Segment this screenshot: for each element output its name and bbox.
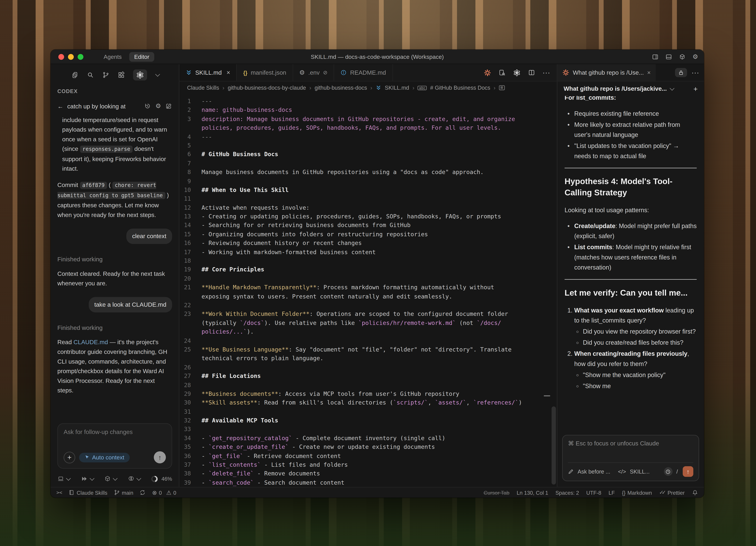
slash-command[interactable]: / [676,469,678,474]
code-row[interactable]: policies, procedures, guides, SOPs, hand… [179,124,557,132]
codex-openai-icon[interactable] [133,69,147,80]
tab-env[interactable]: ⚙ .env ⊘ [293,64,334,81]
model-selector[interactable] [104,475,116,482]
status-formatter[interactable]: ✓✓Prettier [659,489,685,496]
code-row[interactable]: 5 [179,141,557,150]
code-row[interactable]: 8Manage business documents in GitHub rep… [179,168,557,177]
openai-icon[interactable] [513,69,521,76]
code-row[interactable]: 16- Reviewing document history or recent… [179,239,557,248]
code-row[interactable]: 38- `delete_file` - Remove documents [179,469,557,478]
task-title[interactable]: catch up by looking at [67,102,140,111]
code-row[interactable]: 12Activate when requests involve: [179,203,557,212]
code-row[interactable]: 22 [179,301,557,310]
code-row[interactable]: 25**Use Business Language**: Say "docume… [179,345,557,354]
claude-md-link[interactable]: CLAUDE.md [73,339,108,346]
claude-chat-tab[interactable]: What github repo is /Use... × [557,64,656,81]
tab-editor[interactable]: Editor [129,52,154,62]
add-attachment-button[interactable]: + [64,452,75,463]
send-button[interactable]: ↑ [154,451,166,463]
close-tab-icon[interactable]: × [227,69,230,76]
code-row[interactable]: 28 [179,381,557,390]
close-window-button[interactable] [58,54,64,59]
code-row[interactable]: 36- `get_file` - Retrieve document conte… [179,452,557,460]
close-tab-icon[interactable]: × [647,69,651,76]
code-row[interactable]: 21**Handle Markdown Transparently**: Pro… [179,283,557,292]
code-editor[interactable]: 1---2name: github-business-docs3descript… [179,94,557,487]
box-icon[interactable] [679,53,686,60]
context-file-chip[interactable]: SKILL... [630,469,650,474]
search-icon[interactable] [87,71,94,79]
code-row[interactable]: 6# GitHub Business Docs [179,150,557,159]
settings-gear-icon[interactable]: ⚙ [693,54,698,60]
zoom-window-button[interactable] [78,54,83,59]
auto-context-pill[interactable]: Auto context [79,452,130,462]
code-row[interactable]: 7 [179,159,557,168]
code-row[interactable]: 35- `create_or_update_file` - Create new… [179,443,557,452]
status-position[interactable]: Ln 130, Col 1 [517,490,548,495]
commit-chip[interactable]: af6f879 [80,182,107,189]
status-language[interactable]: {}Markdown [622,490,652,495]
code-row[interactable]: 39- `search_code` - Search document cont… [179,478,557,487]
code-row[interactable]: 19## Core Principles [179,265,557,274]
claude-conversation[interactable]: For list_commits: Requires existing file… [557,96,704,432]
breadcrumb-item[interactable]: Claude Skills [187,85,219,91]
code-row[interactable]: 31 [179,407,557,416]
reader-search-icon[interactable] [499,69,506,76]
code-row[interactable]: 23**Work Within Document Folder**: Opera… [179,310,557,319]
reasoning-selector[interactable] [128,475,140,482]
code-row[interactable]: 32## Available MCP Tools [179,416,557,425]
claude-thread-header[interactable]: What github repo is /Users/jackive... + [557,81,704,96]
code-row[interactable]: 10## When to Use This Skill [179,186,557,195]
breadcrumb-item[interactable]: # GitHub Business Docs [430,85,490,91]
device-selector[interactable] [57,475,70,482]
speed-selector[interactable] [81,475,93,482]
new-thread-button[interactable]: + [693,85,698,93]
breadcrumb-item[interactable]: SKILL.md [385,85,409,91]
code-row[interactable]: technical errors to plain language. [179,354,557,363]
code-row[interactable]: 29**Business documents**: Access via MCP… [179,390,557,398]
compose-icon[interactable] [165,103,172,109]
code-row[interactable]: (typically `/docs`). Use relative paths … [179,319,557,327]
status-encoding[interactable]: UTF-8 [586,490,601,495]
tab-manifest-json[interactable]: {} manifest.json [237,64,293,81]
status-problems[interactable]: ⊗ 0 ⚠ 0 [152,490,176,495]
code-row[interactable]: 18 [179,257,557,265]
code-row[interactable]: 33 [179,425,557,434]
cursor-tab-toggle[interactable]: Cursor Tab [484,490,510,495]
lock-icon[interactable] [675,68,687,77]
breadcrumb-item[interactable]: github-business-docs [315,85,367,91]
code-row[interactable]: 3description: Manage business documents … [179,115,557,124]
code-row[interactable]: 37- `list_contents` - List files and fol… [179,460,557,469]
extensions-icon[interactable] [117,71,125,79]
status-indentation[interactable]: Spaces: 2 [555,490,579,495]
remote-icon[interactable]: >< [56,490,62,495]
gear-icon[interactable]: ⚙ [155,103,161,109]
more-actions-icon[interactable]: ··· [542,68,550,77]
code-row[interactable]: 30**Skill assets**: Read from skill's lo… [179,398,557,407]
code-row[interactable]: 34- `get_repository_catalog` - Complete … [179,434,557,443]
code-row[interactable]: 9 [179,177,557,186]
code-row[interactable]: 2name: github-business-docs [179,106,557,115]
code-row[interactable]: 1--- [179,97,557,106]
copy-files-icon[interactable] [71,71,78,79]
status-eol[interactable]: LF [609,490,615,495]
minimize-window-button[interactable] [68,54,74,59]
tab-readme-md[interactable]: README.md [334,64,393,81]
breadcrumb-item[interactable]: github-business-docs-by-claude [228,85,306,91]
editor-scrollbar[interactable] [552,406,556,484]
history-clock-icon[interactable] [664,467,672,476]
code-row[interactable]: 11 [179,195,557,203]
code-row[interactable]: policies/...`). [179,327,557,336]
code-row[interactable]: 27## File Locations [179,372,557,381]
sync-icon[interactable] [140,489,146,496]
context-usage[interactable]: 46% [151,476,172,482]
layout-panel-icon[interactable] [665,53,672,60]
code-row[interactable]: 17- Working with markdown-formatted busi… [179,248,557,257]
code-row[interactable]: 26 [179,363,557,372]
chevron-down-icon[interactable] [155,72,160,77]
codex-input[interactable]: Ask for follow-up changes + Auto context… [57,423,172,469]
history-icon[interactable] [144,103,151,109]
code-row[interactable]: 15- Organizing documents into folders or… [179,230,557,239]
back-arrow-icon[interactable]: ← [57,102,63,111]
code-row[interactable]: 14- Searching for or retrieving business… [179,221,557,230]
